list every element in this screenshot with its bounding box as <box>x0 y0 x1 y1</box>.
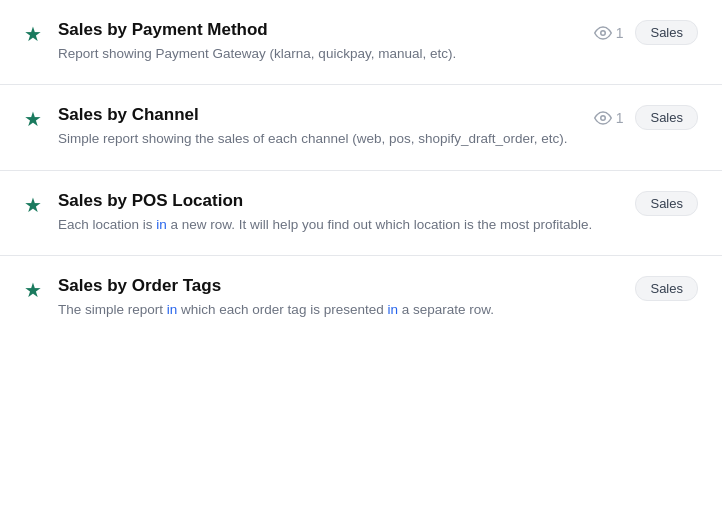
report-title[interactable]: Sales by POS Location <box>58 191 619 211</box>
svg-point-1 <box>600 116 605 121</box>
star-icon[interactable]: ★ <box>24 278 42 302</box>
view-count-number: 1 <box>616 110 624 126</box>
report-content: Sales by POS LocationEach location is in… <box>58 191 619 235</box>
svg-point-0 <box>600 30 605 35</box>
report-meta: Sales <box>635 276 698 301</box>
report-title[interactable]: Sales by Payment Method <box>58 20 578 40</box>
report-content: Sales by Order TagsThe simple report in … <box>58 276 619 320</box>
report-content: Sales by ChannelSimple report showing th… <box>58 105 578 149</box>
view-count-number: 1 <box>616 25 624 41</box>
view-count: 1 <box>594 109 624 127</box>
report-meta: 1Sales <box>594 105 698 130</box>
eye-icon <box>594 109 612 127</box>
report-item-order-tags[interactable]: ★Sales by Order TagsThe simple report in… <box>0 256 722 340</box>
report-meta: 1Sales <box>594 20 698 45</box>
report-content: Sales by Payment MethodReport showing Pa… <box>58 20 578 64</box>
report-item-channel[interactable]: ★Sales by ChannelSimple report showing t… <box>0 85 722 170</box>
report-description: Report showing Payment Gateway (klarna, … <box>58 44 578 64</box>
category-badge[interactable]: Sales <box>635 276 698 301</box>
star-icon[interactable]: ★ <box>24 107 42 131</box>
report-description: Simple report showing the sales of each … <box>58 129 578 149</box>
category-badge[interactable]: Sales <box>635 20 698 45</box>
report-item-pos-location[interactable]: ★Sales by POS LocationEach location is i… <box>0 171 722 256</box>
report-description: The simple report in which each order ta… <box>58 300 619 320</box>
star-icon[interactable]: ★ <box>24 193 42 217</box>
category-badge[interactable]: Sales <box>635 105 698 130</box>
eye-icon <box>594 24 612 42</box>
report-list: ★Sales by Payment MethodReport showing P… <box>0 0 722 340</box>
view-count: 1 <box>594 24 624 42</box>
star-icon[interactable]: ★ <box>24 22 42 46</box>
report-title[interactable]: Sales by Order Tags <box>58 276 619 296</box>
report-description: Each location is in a new row. It will h… <box>58 215 619 235</box>
report-title[interactable]: Sales by Channel <box>58 105 578 125</box>
report-item-payment-method[interactable]: ★Sales by Payment MethodReport showing P… <box>0 0 722 85</box>
category-badge[interactable]: Sales <box>635 191 698 216</box>
report-meta: Sales <box>635 191 698 216</box>
